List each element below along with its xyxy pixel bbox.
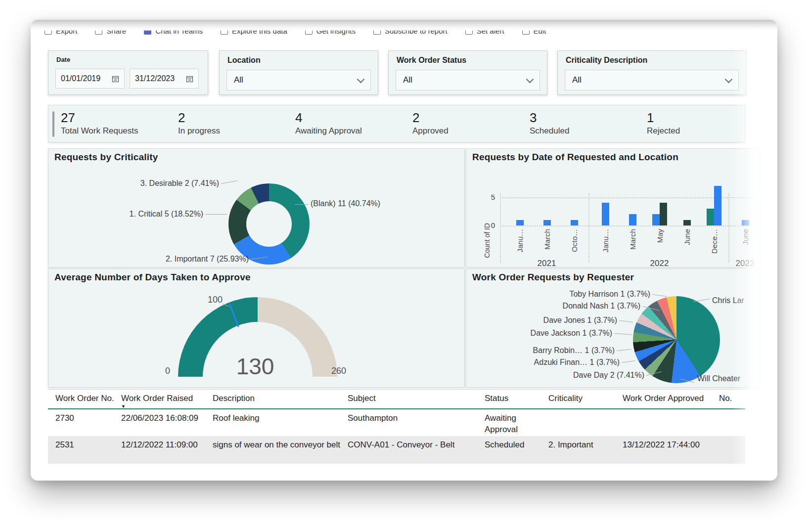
toolbar-get-insights[interactable]: Get insights bbox=[305, 27, 356, 35]
kpi-value: 1 bbox=[647, 110, 764, 125]
status-dropdown[interactable]: All bbox=[396, 70, 540, 90]
column-header-work-order-raised[interactable]: Work Order Raised▼ bbox=[121, 390, 213, 409]
kpi-scheduled[interactable]: 3Scheduled bbox=[530, 110, 647, 137]
leader-line bbox=[221, 180, 238, 184]
toolbar-subscribe-to-report[interactable]: Subscribe to report bbox=[373, 27, 448, 35]
location-value: All bbox=[234, 75, 243, 85]
toolbar-chat-in-teams[interactable]: Chat in Teams bbox=[144, 27, 203, 35]
kpi-label: Awaiting Approval bbox=[295, 125, 412, 137]
column-header-criticality[interactable]: Criticality bbox=[548, 390, 623, 409]
gridline bbox=[502, 197, 777, 198]
y-tick-0: 0 bbox=[487, 221, 495, 229]
column-header-subject[interactable]: Subject bbox=[348, 390, 485, 409]
location-dropdown[interactable]: All bbox=[226, 70, 371, 90]
column-header-status[interactable]: Status bbox=[485, 390, 548, 409]
cell bbox=[719, 436, 745, 464]
kpi-rejected[interactable]: 1Rejected bbox=[647, 110, 764, 137]
status-filter-card: Work Order Status All bbox=[388, 50, 547, 95]
cell: 13/12/2022 17:44:00 bbox=[623, 436, 719, 464]
date-end-value: 31/12/2023 bbox=[135, 74, 175, 83]
bar-janu-2022[interactable] bbox=[602, 203, 609, 225]
table-row[interactable]: 253112/12/2022 11:09:00signs of wear on … bbox=[48, 436, 745, 464]
report-card: ExportShareChat in TeamsExplore this dat… bbox=[31, 20, 777, 481]
alert-icon bbox=[465, 27, 473, 35]
bar-june-2023[interactable] bbox=[742, 220, 749, 225]
date-start-input[interactable]: 01/01/2019 bbox=[55, 69, 125, 89]
leader-line bbox=[295, 204, 309, 205]
panel-title: Requests by Date of Requested and Locati… bbox=[472, 152, 678, 163]
kpi-label: In progress bbox=[178, 125, 295, 137]
toolbar: ExportShareChat in TeamsExplore this dat… bbox=[45, 24, 546, 38]
kpi-label: Scheduled bbox=[530, 125, 647, 137]
criticality-dropdown[interactable]: All bbox=[565, 70, 739, 90]
toolbar-explore-this-data[interactable]: Explore this data bbox=[221, 27, 287, 35]
date-end-input[interactable]: 31/12/2023 bbox=[130, 69, 199, 89]
bar-may-2022[interactable] bbox=[660, 203, 667, 225]
toolbar-label: Get insights bbox=[316, 27, 356, 35]
column-header-work-order-no[interactable]: Work Order No. bbox=[48, 390, 121, 409]
pie-callout-adzuki-finan: Adzuki Finan… 1 (3.7%) bbox=[491, 358, 620, 367]
kpi-in-progress[interactable]: 2In progress bbox=[178, 110, 295, 137]
column-header-work-order-approved[interactable]: Work Order Approved bbox=[623, 390, 719, 409]
toolbar-edit[interactable]: Edit bbox=[522, 27, 546, 35]
calendar-icon[interactable] bbox=[112, 75, 119, 83]
kpi-value: 27 bbox=[61, 110, 178, 125]
cell: Southampton bbox=[348, 409, 485, 436]
donut-callout-blank: (Blank) 11 (40.74%) bbox=[311, 199, 380, 208]
year-label: 2022 bbox=[630, 259, 689, 267]
leader-line bbox=[617, 349, 631, 351]
subscribe-icon bbox=[373, 27, 381, 35]
bar-may-2022[interactable] bbox=[652, 214, 660, 225]
pie-callout-dave-jackson: Dave Jackson 1 (3.7%) bbox=[484, 329, 612, 338]
x-axis-label: May bbox=[656, 229, 664, 243]
export-icon bbox=[45, 27, 52, 35]
toolbar-export[interactable]: Export bbox=[45, 27, 77, 35]
table-row[interactable]: 273022/06/2023 16:08:09Roof leakingSouth… bbox=[48, 409, 745, 436]
kpi-scrollbar[interactable] bbox=[52, 111, 54, 137]
bar-octo-2021[interactable] bbox=[571, 220, 578, 225]
donut-callout-2-important: 2. Important 7 (25.93%) bbox=[123, 255, 249, 264]
pie-callout-toby-harrison: Toby Harrison 1 (3.7%) bbox=[522, 290, 650, 299]
criticality-filter-card: Criticality Description All bbox=[557, 50, 746, 95]
kpi-strip: 27Total Work Requests2In progress4Awaiti… bbox=[48, 105, 745, 142]
toolbar-label: Export bbox=[56, 27, 77, 35]
kpi-label: Total Work Requests bbox=[61, 125, 178, 137]
bar-dece-2022[interactable] bbox=[707, 209, 714, 225]
bar-march-2021[interactable] bbox=[543, 220, 551, 225]
requester-pie-chart[interactable] bbox=[633, 296, 720, 383]
column-header-description[interactable]: Description bbox=[213, 390, 348, 409]
cell bbox=[719, 409, 745, 436]
kpi-total-work-requests[interactable]: 27Total Work Requests bbox=[61, 110, 178, 137]
year-separator bbox=[588, 193, 589, 263]
bar-janu-2021[interactable] bbox=[516, 220, 524, 225]
bar-dece-2022[interactable] bbox=[714, 186, 721, 225]
kpi-approved[interactable]: 2Approved bbox=[412, 110, 530, 137]
bar-june-2022[interactable] bbox=[683, 220, 691, 225]
donut-callout-3-desirable: 3. Desirable 2 (7.41%) bbox=[95, 179, 219, 188]
cell: 12/12/2022 11:09:00 bbox=[121, 436, 213, 464]
toolbar-label: Share bbox=[106, 27, 126, 35]
criticality-donut-chart[interactable] bbox=[228, 183, 310, 265]
chevron-down-icon bbox=[357, 75, 365, 83]
gauge-max-label: 260 bbox=[331, 366, 346, 376]
cell: signs of wear on the conveyor belt bbox=[213, 436, 348, 464]
calendar-icon[interactable] bbox=[186, 75, 193, 83]
gauge-min-label: 0 bbox=[165, 366, 170, 376]
year-separator bbox=[500, 193, 501, 263]
kpi-awaiting-approval[interactable]: 4Awaiting Approval bbox=[295, 110, 412, 137]
cell: Awaiting Approval bbox=[485, 409, 548, 436]
toolbar-label: Edit bbox=[534, 27, 546, 35]
toolbar-set-alert[interactable]: Set alert bbox=[465, 27, 504, 35]
x-axis-label: Janu… bbox=[601, 229, 610, 253]
toolbar-share[interactable]: Share bbox=[95, 27, 126, 35]
status-filter-label: Work Order Status bbox=[397, 56, 466, 65]
cell: Scheduled bbox=[485, 436, 548, 464]
column-header-no[interactable]: No. bbox=[719, 390, 745, 409]
bar-march-2022[interactable] bbox=[629, 214, 636, 225]
kpi-label: Approved bbox=[412, 125, 530, 137]
kpi-value: 4 bbox=[295, 110, 412, 125]
panel-requests-by-criticality: Requests by Criticality (Blank) 11 (40.7… bbox=[48, 148, 465, 267]
cell: Roof leaking bbox=[213, 409, 348, 436]
date-start-value: 01/01/2019 bbox=[61, 74, 100, 83]
location-filter-label: Location bbox=[227, 56, 261, 65]
